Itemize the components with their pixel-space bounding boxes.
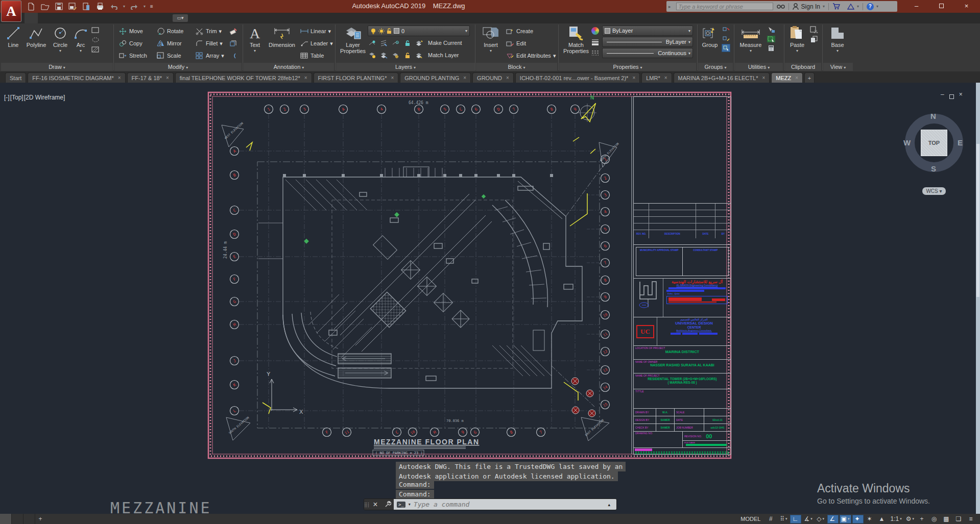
object-snap-tracking-toggle[interactable]: ∠ <box>827 515 839 523</box>
ribbon-tab[interactable] <box>38 13 51 23</box>
file-tab[interactable]: ICHO-BT-02-001 rev....ower - Basement 2)… <box>515 72 640 83</box>
help-icon[interactable]: ?▾ <box>863 1 882 12</box>
annotation-visibility-toggle[interactable]: ✦ <box>852 515 864 523</box>
command-expand-icon[interactable]: ▴ <box>608 499 613 510</box>
infocenter-expand-icon[interactable]: ▸ <box>668 4 671 9</box>
mirror-button[interactable]: Mirror <box>156 37 195 49</box>
copy-clip-icon[interactable] <box>809 35 818 43</box>
layer-freeze-icon[interactable] <box>368 39 376 47</box>
edit-attributes-button[interactable]: Edit Attributes▾ <box>506 49 556 62</box>
rotate-button[interactable]: Rotate <box>156 25 195 37</box>
leader-button[interactable]: Leader▾ <box>300 37 333 49</box>
ribbon-tab[interactable] <box>78 13 91 23</box>
ribbon-tab[interactable] <box>51 13 64 23</box>
layer-off-icon[interactable] <box>379 39 388 47</box>
offset-button[interactable] <box>229 49 237 62</box>
panel-label-view[interactable]: View▾ <box>823 63 853 71</box>
polyline-button[interactable]: Polyline <box>25 24 48 48</box>
connect-toggle-icon[interactable]: ▭▾ <box>173 14 188 22</box>
layout-tab[interactable] <box>0 514 12 524</box>
group-button[interactable]: Group <box>700 24 720 48</box>
viewcube-top-face[interactable]: TOP <box>921 130 947 156</box>
calculator-icon[interactable] <box>767 44 775 52</box>
ribbon-tab[interactable] <box>157 13 171 23</box>
fillet-button[interactable]: Fillet▾ <box>195 37 229 49</box>
command-wrench-icon[interactable] <box>381 499 394 510</box>
file-tab[interactable]: final TELEPHONE WORK OF TOWER 28feb12*× <box>175 72 312 83</box>
trim-button[interactable]: Trim▾ <box>195 25 229 37</box>
snap-mode-toggle[interactable]: ⠿▾ <box>778 515 789 523</box>
new-layout-button[interactable]: + <box>35 515 45 522</box>
qat-customize-icon[interactable]: ≡ <box>150 4 153 9</box>
ellipse-tool-icon[interactable] <box>91 36 100 44</box>
dimension-button[interactable]: Dimension <box>266 24 298 48</box>
redo-icon[interactable] <box>130 2 139 11</box>
new-drawing-tab-button[interactable]: + <box>804 72 815 83</box>
panel-label-utilities[interactable]: Utilities▾ <box>735 63 783 71</box>
explode-button[interactable] <box>229 37 237 49</box>
layer-select[interactable]: 0 ▾ <box>368 26 470 36</box>
transfer-icon[interactable] <box>82 2 91 11</box>
clean-screen-toggle[interactable]: ❏ <box>953 515 965 523</box>
command-flyout-caret[interactable]: ▾ <box>409 502 411 507</box>
viewcube-west[interactable]: W <box>903 138 911 147</box>
annotation-scale-toggle[interactable]: 1:1▾ <box>889 515 903 523</box>
table-button[interactable]: Table <box>300 49 333 62</box>
tray-crosshair-toggle[interactable]: + <box>917 515 928 523</box>
autodesk-app-icon[interactable]: ▾ <box>844 1 863 12</box>
measure-button[interactable]: Measure▾ <box>737 24 764 54</box>
match-properties-button[interactable]: MatchProperties <box>561 24 591 54</box>
ribbon-tab[interactable] <box>104 13 117 23</box>
search-input[interactable] <box>676 3 773 10</box>
viewcube-south[interactable]: S <box>931 164 936 173</box>
file-tab[interactable]: GROUND× <box>472 72 514 83</box>
viewcube[interactable]: N S W E TOP <box>905 114 963 172</box>
command-input[interactable] <box>414 501 605 508</box>
stretch-button[interactable]: Stretch <box>118 49 156 62</box>
redo-caret-icon[interactable]: ▾ <box>144 4 146 9</box>
hatch-tool-icon[interactable] <box>91 45 100 54</box>
text-button[interactable]: A Text▾ <box>246 24 264 54</box>
ribbon-tab[interactable] <box>64 13 78 23</box>
layout-tab[interactable] <box>12 514 23 524</box>
layout-tab[interactable] <box>23 514 35 524</box>
customization-menu-toggle[interactable]: ≡ <box>966 515 977 523</box>
command-close-icon[interactable]: × <box>369 499 381 510</box>
isolate-objects-toggle[interactable]: ◎ <box>929 515 940 523</box>
minimize-button[interactable]: – <box>904 0 929 13</box>
rectangle-tool-icon[interactable] <box>91 26 100 34</box>
make-current-icon[interactable] <box>415 39 423 47</box>
lineweight-select[interactable]: ByLayer▾ <box>602 37 693 47</box>
quick-calc-select-icon[interactable] <box>767 35 775 43</box>
ribbon-tab[interactable] <box>144 13 157 23</box>
layer-freeze2-icon[interactable] <box>379 51 388 59</box>
layer-lock-toggle-icon[interactable] <box>403 39 412 47</box>
app-store-cart-icon[interactable] <box>829 1 844 12</box>
scale-button[interactable]: Scale <box>156 49 195 62</box>
match-layer-button[interactable]: Match Layer <box>428 52 459 58</box>
object-snap-toggle[interactable]: ▣▾ <box>840 515 851 523</box>
command-grip-handle[interactable]: ⣿⣿ <box>364 499 369 510</box>
panel-label-modify[interactable]: Modify▾ <box>114 63 242 71</box>
polar-tracking-toggle[interactable]: ∡▾ <box>802 515 814 523</box>
model-space-indicator[interactable]: MODEL <box>740 516 760 522</box>
panel-label-groups[interactable]: Groups▾ <box>698 63 733 71</box>
file-tab[interactable]: Start× <box>5 72 26 83</box>
copy-button[interactable]: Copy <box>118 37 156 49</box>
cut-icon[interactable] <box>809 26 818 34</box>
base-button[interactable]: Base▾ <box>826 24 849 54</box>
wcs-button[interactable]: WCS ▾ <box>922 187 946 195</box>
panel-label-block[interactable]: Block▾ <box>476 63 557 71</box>
doc-close-button[interactable]: × <box>959 91 963 101</box>
annotation-scale-flyout-toggle[interactable]: ▲ <box>877 515 888 523</box>
ribbon-tab[interactable] <box>131 13 144 23</box>
application-menu-button[interactable]: A <box>1 1 21 22</box>
match-layer-icon[interactable] <box>415 51 423 59</box>
object-color-select[interactable]: ByLayer▾ <box>602 26 693 36</box>
array-button[interactable]: Array▾ <box>195 49 229 62</box>
new-file-icon[interactable] <box>27 2 36 11</box>
viewcube-north[interactable]: N <box>930 112 936 120</box>
viewcube-east[interactable]: E <box>958 138 963 147</box>
file-tab[interactable]: MEZZ× <box>771 72 803 83</box>
panel-label-draw[interactable]: Draw▾ <box>1 63 113 71</box>
